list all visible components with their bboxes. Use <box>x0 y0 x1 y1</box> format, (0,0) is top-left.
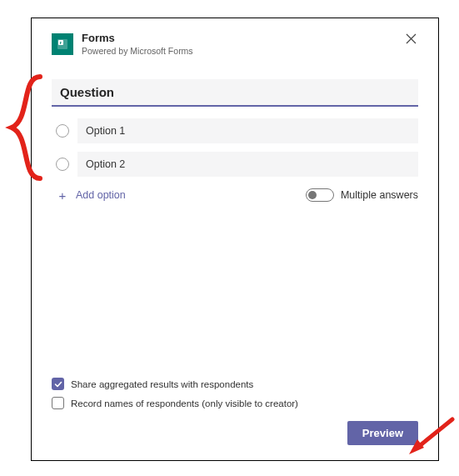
options-list <box>52 118 418 177</box>
modal-subtitle: Powered by Microsoft Forms <box>82 46 396 57</box>
share-results-label: Share aggregated results with respondent… <box>71 379 253 389</box>
forms-modal: F Forms Powered by Microsoft Forms + Add… <box>31 18 439 461</box>
multiple-answers-toggle-group: Multiple answers <box>306 188 418 202</box>
close-button[interactable] <box>404 32 418 48</box>
radio-icon <box>56 124 69 138</box>
question-field-row <box>52 79 418 107</box>
share-results-row[interactable]: Share aggregated results with respondent… <box>52 378 418 390</box>
multiple-answers-label: Multiple answers <box>341 189 418 201</box>
modal-footer: Preview <box>52 421 418 445</box>
add-option-label: Add option <box>76 189 126 201</box>
multiple-answers-toggle[interactable] <box>306 188 334 202</box>
record-names-row[interactable]: Record names of respondents (only visibl… <box>52 397 418 409</box>
modal-title: Forms <box>82 32 396 45</box>
option-input[interactable] <box>77 118 418 143</box>
option-row <box>52 118 418 143</box>
preview-button[interactable]: Preview <box>347 421 418 445</box>
svg-text:F: F <box>59 41 62 45</box>
plus-icon: + <box>56 189 69 202</box>
options-controls: + Add option Multiple answers <box>52 188 418 202</box>
question-input[interactable] <box>52 79 418 107</box>
settings-checkboxes: Share aggregated results with respondent… <box>52 378 418 409</box>
record-names-label: Record names of respondents (only visibl… <box>71 398 298 408</box>
add-option-button[interactable]: + Add option <box>56 189 126 202</box>
option-input[interactable] <box>77 152 418 177</box>
option-row <box>52 152 418 177</box>
toggle-knob-icon <box>308 191 317 199</box>
checkbox-unchecked-icon <box>52 397 64 409</box>
checkbox-checked-icon <box>52 378 64 390</box>
radio-icon <box>56 158 69 171</box>
forms-app-icon: F <box>52 33 73 55</box>
close-icon <box>406 33 417 44</box>
modal-header: F Forms Powered by Microsoft Forms <box>52 32 418 56</box>
